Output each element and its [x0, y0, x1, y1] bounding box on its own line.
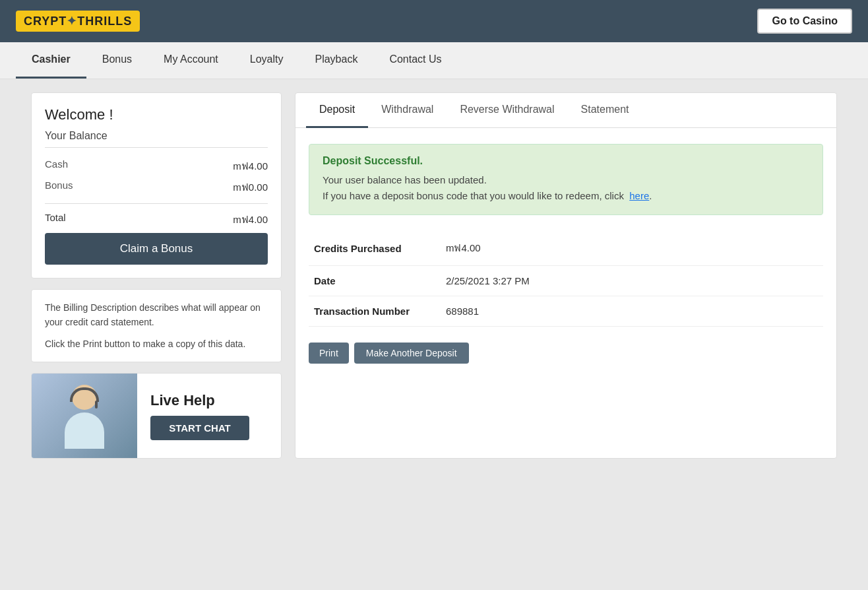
credits-label: Credits Purchased [309, 231, 441, 266]
balance-divider [45, 203, 268, 204]
success-title: Deposit Successful. [323, 155, 809, 167]
balance-card: Welcome ! Your Balance Cash mฟ4.00 Bonus… [31, 92, 282, 279]
tabs: Deposit Withdrawal Reverse Withdrawal St… [295, 93, 836, 128]
info-line1: The Billing Description describes what w… [45, 300, 268, 330]
balance-heading: Your Balance [45, 130, 268, 148]
avatar-head [72, 385, 97, 410]
cash-label: Cash [45, 158, 68, 174]
tab-content: Deposit Successful. Your user balance ha… [295, 128, 836, 379]
live-help-avatar [32, 373, 137, 459]
print-button[interactable]: Print [309, 343, 349, 364]
go-casino-button[interactable]: Go to Casino [757, 9, 852, 34]
right-panel: Deposit Withdrawal Reverse Withdrawal St… [295, 92, 837, 459]
date-row: Date 2/25/2021 3:27 PM [309, 266, 823, 296]
bonus-label: Bonus [45, 180, 73, 195]
tab-withdrawal[interactable]: Withdrawal [368, 93, 447, 128]
left-panel: Welcome ! Your Balance Cash mฟ4.00 Bonus… [31, 92, 282, 459]
nav-contact-us[interactable]: Contact Us [373, 42, 457, 79]
avatar-body [65, 412, 104, 449]
avatar [55, 379, 114, 452]
tab-reverse-withdrawal[interactable]: Reverse Withdrawal [447, 93, 567, 128]
bonus-code-message: If you have a deposit bonus code that yo… [323, 188, 809, 204]
success-message: Your user balance has been updated. [323, 172, 809, 188]
cash-value: mฟ4.00 [233, 158, 268, 174]
info-card: The Billing Description describes what w… [31, 289, 282, 362]
header: CRYPT✦THRILLS Go to Casino [0, 0, 868, 42]
live-help-title: Live Help [150, 392, 268, 409]
claim-bonus-button[interactable]: Claim a Bonus [45, 233, 268, 265]
nav-my-account[interactable]: My Account [148, 42, 234, 79]
logo: CRYPT✦THRILLS [16, 11, 140, 32]
tab-deposit[interactable]: Deposit [306, 93, 368, 128]
transaction-label: Transaction Number [309, 296, 441, 327]
live-help-content: Live Help START CHAT [137, 381, 281, 451]
date-label: Date [309, 266, 441, 296]
live-help-card: Live Help START CHAT [31, 373, 282, 459]
tab-statement[interactable]: Statement [568, 93, 642, 128]
date-value: 2/25/2021 3:27 PM [441, 266, 823, 296]
credits-value: mฟ4.00 [441, 231, 823, 266]
nav-bonus[interactable]: Bonus [86, 42, 148, 79]
bonus-code-text: If you have a deposit bonus code that yo… [323, 190, 624, 201]
nav-bar: Cashier Bonus My Account Loyalty Playbac… [0, 42, 868, 79]
nav-playback[interactable]: Playback [299, 42, 373, 79]
avatar-headset [70, 387, 99, 402]
transaction-table: Credits Purchased mฟ4.00 Date 2/25/2021 … [309, 231, 823, 327]
transaction-row: Transaction Number 689881 [309, 296, 823, 327]
credits-row: Credits Purchased mฟ4.00 [309, 231, 823, 266]
bonus-value: mฟ0.00 [233, 180, 268, 195]
bonus-code-link[interactable]: here [629, 190, 649, 201]
success-body: Your user balance has been updated. If y… [323, 172, 809, 204]
deposit-success-box: Deposit Successful. Your user balance ha… [309, 144, 823, 215]
total-label: Total [45, 212, 66, 228]
start-chat-button[interactable]: START CHAT [150, 416, 249, 440]
total-value: mฟ4.00 [233, 212, 268, 228]
info-line2: Click the Print button to make a copy of… [45, 337, 268, 351]
bonus-row: Bonus mฟ0.00 [45, 177, 268, 198]
nav-cashier[interactable]: Cashier [16, 42, 86, 79]
action-buttons: Print Make Another Deposit [309, 343, 823, 364]
main-content: Welcome ! Your Balance Cash mฟ4.00 Bonus… [15, 79, 853, 472]
nav-loyalty[interactable]: Loyalty [234, 42, 299, 79]
avatar-mic [95, 401, 98, 409]
make-another-deposit-button[interactable]: Make Another Deposit [354, 343, 469, 364]
transaction-value: 689881 [441, 296, 823, 327]
total-row: Total mฟ4.00 [45, 209, 268, 230]
welcome-title: Welcome ! [45, 106, 268, 123]
cash-row: Cash mฟ4.00 [45, 156, 268, 177]
